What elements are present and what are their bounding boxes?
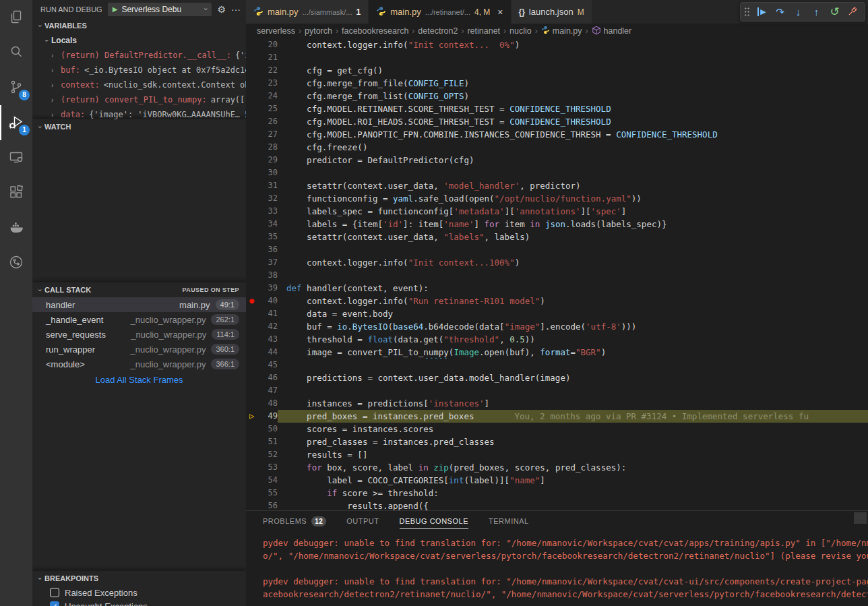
close-icon[interactable]: ×: [497, 7, 503, 18]
stack-frame-row[interactable]: handlermain.py49:1: [32, 297, 246, 312]
code-line-44[interactable]: 44 image = convert_PIL_to_numpy(Image.op…: [246, 346, 868, 359]
panel-tab-output[interactable]: OUTPUT: [346, 511, 379, 531]
gutter-margin[interactable]: [246, 397, 257, 410]
panel-tab-problems[interactable]: PROBLEMS12: [263, 511, 326, 531]
watch-header[interactable]: › WATCH: [32, 119, 246, 134]
code-line-27[interactable]: 27 cfg.MODEL.PANOPTIC_FPN.COMBINE.INSTAN…: [246, 128, 868, 141]
code-line-45[interactable]: 45: [246, 359, 868, 371]
variables-header[interactable]: › VARIABLES: [32, 18, 246, 33]
gutter-margin[interactable]: [246, 90, 257, 102]
gutter-margin[interactable]: [246, 320, 257, 333]
breadcrumb-item-pytorch[interactable]: pytorch: [305, 26, 332, 36]
chevron-right-icon[interactable]: ›: [51, 52, 61, 59]
gutter-margin[interactable]: [246, 384, 257, 397]
gutter-margin[interactable]: [246, 154, 257, 166]
load-all-stack-frames-link[interactable]: Load All Stack Frames: [32, 375, 246, 385]
code-line-30[interactable]: 30: [246, 166, 868, 179]
gutter-margin[interactable]: [246, 192, 257, 205]
gutter-margin[interactable]: [246, 487, 257, 499]
stack-frame-row[interactable]: _handle_event_nuclio_wrapper.py262:1: [32, 312, 246, 327]
code-line-47[interactable]: 47: [246, 384, 868, 397]
code-line-33[interactable]: 33 labels_spec = functionconfig['metadat…: [246, 205, 868, 218]
gutter-margin[interactable]: [246, 102, 257, 115]
breadcrumb-item-detectron2[interactable]: detectron2: [418, 26, 458, 36]
variable-row[interactable]: ›(return) convert_PIL_to_numpy:array([[[…: [32, 92, 246, 107]
chevron-right-icon[interactable]: ›: [51, 96, 61, 104]
gear-icon[interactable]: ⚙: [217, 4, 226, 15]
code-line-24[interactable]: 24 cfg.merge_from_list(CONFIG_OPTS): [246, 90, 868, 102]
breadcrumb-item-facebookresearch[interactable]: facebookresearch: [342, 26, 408, 36]
code-line-28[interactable]: 28 cfg.freeze(): [246, 141, 868, 154]
gutter-margin[interactable]: [246, 179, 257, 192]
code-line-26[interactable]: 26 cfg.MODEL.ROI_HEADS.SCORE_THRESH_TEST…: [246, 115, 868, 128]
stack-frame-row[interactable]: <module>_nuclio_wrapper.py366:1: [32, 357, 246, 371]
step-into-button[interactable]: ↓: [790, 5, 807, 20]
checkbox[interactable]: [50, 588, 59, 597]
gutter-margin[interactable]: [246, 141, 257, 154]
activity-item-extensions[interactable]: [0, 175, 32, 210]
breakpoint-row[interactable]: ✓Uncaught Exceptions: [32, 599, 246, 606]
gutter-margin[interactable]: [246, 499, 257, 510]
gutter-margin[interactable]: [246, 359, 257, 371]
code-line-55[interactable]: 55 if score >= threshold:: [246, 487, 868, 499]
code-line-34[interactable]: 34 labels = {item['id']: item['name'] fo…: [246, 218, 868, 231]
code-line-51[interactable]: 51 pred_classes = instances.pred_classes: [246, 435, 868, 448]
editor-tab-launch.json[interactable]: {}launch.jsonM: [512, 0, 592, 24]
stack-frame-row[interactable]: run_wrapper_nuclio_wrapper.py360:1: [32, 342, 246, 357]
variable-row[interactable]: ›context:<nuclio_sdk.context.Context obj…: [32, 78, 246, 92]
code-line-39[interactable]: 39def handler(context, event):: [246, 282, 868, 295]
code-line-23[interactable]: 23 cfg.merge_from_file(CONFIG_FILE): [246, 77, 868, 90]
gutter-margin[interactable]: [246, 333, 257, 346]
breadcrumb-item-retinanet[interactable]: retinanet: [467, 26, 500, 36]
launch-config-dropdown[interactable]: ▶ Serverless Debu ›: [108, 3, 212, 16]
activity-item-run-and-debug[interactable]: 1: [0, 105, 32, 140]
activity-item-remote-explorer[interactable]: [0, 140, 32, 175]
code-line-31[interactable]: 31 setattr(context.user_data, 'model_han…: [246, 179, 868, 192]
breadcrumb-item-handler[interactable]: handler: [592, 26, 632, 37]
gutter-margin[interactable]: [246, 166, 257, 179]
checkbox[interactable]: ✓: [50, 601, 59, 606]
debug-console-output[interactable]: pydev debugger: unable to find translati…: [246, 531, 868, 601]
code-line-53[interactable]: 53 for box, score, label in zip(pred_box…: [246, 461, 868, 474]
editor-tab-main.py[interactable]: main.py.../siammask/...1: [246, 0, 369, 24]
code-line-41[interactable]: 41 data = event.body: [246, 307, 868, 320]
drag-handle-icon[interactable]: [744, 7, 750, 17]
code-line-49[interactable]: ▷49 pred_boxes = instances.pred_boxesYou…: [246, 410, 868, 423]
gutter-margin[interactable]: [246, 371, 257, 384]
panel-tab-terminal[interactable]: TERMINAL: [489, 511, 529, 531]
continue-button[interactable]: ▶: [753, 5, 770, 20]
scope-locals[interactable]: › Locals: [32, 33, 246, 48]
variable-row[interactable]: ›(return) DefaultPredictor.__call__:{'in…: [32, 48, 246, 63]
gutter-margin[interactable]: [246, 218, 257, 231]
breadcrumb-item-main.py[interactable]: main.py: [541, 26, 582, 36]
gutter-margin[interactable]: [246, 205, 257, 218]
activity-item-explorer[interactable]: [0, 0, 32, 35]
code-line-32[interactable]: 32 functionconfig = yaml.safe_load(open(…: [246, 192, 868, 205]
code-line-25[interactable]: 25 cfg.MODEL.RETINANET.SCORE_THRESH_TEST…: [246, 102, 868, 115]
gutter-margin[interactable]: [246, 269, 257, 282]
breadcrumb-item-nuclio[interactable]: nuclio: [509, 26, 532, 36]
code-line-54[interactable]: 54 label = COCO_CATEGORIES[int(label)]["…: [246, 474, 868, 487]
activity-item-docker[interactable]: [0, 210, 32, 245]
gutter-margin[interactable]: [246, 231, 257, 243]
code-line-20[interactable]: 20 context.logger.info("Init context... …: [246, 38, 868, 51]
code-line-56[interactable]: 56 results.append({: [246, 499, 868, 510]
gutter-margin[interactable]: [246, 77, 257, 90]
gutter-margin[interactable]: [246, 115, 257, 128]
editor-tab-main.py[interactable]: main.py.../retinanet/...4, M×: [369, 0, 511, 24]
variable-row[interactable]: ›buf:<_io.BytesIO object at 0x7f5a2dc1ec…: [32, 63, 246, 78]
gutter-margin[interactable]: [246, 64, 257, 77]
more-actions-icon[interactable]: ···: [231, 4, 241, 15]
step-out-button[interactable]: ↑: [808, 5, 825, 20]
code-line-40[interactable]: ●40 context.logger.info("Run retinanet-R…: [246, 295, 868, 307]
code-line-21[interactable]: 21: [246, 51, 868, 64]
call-stack-header[interactable]: › CALL STACK PAUSED ON STEP: [32, 282, 246, 297]
breadcrumb-item-serverless[interactable]: serverless: [257, 26, 295, 36]
gutter-margin[interactable]: [246, 474, 257, 487]
activity-item-git-graph[interactable]: [0, 245, 32, 280]
gutter-margin[interactable]: [246, 423, 257, 435]
gutter-margin[interactable]: [246, 435, 257, 448]
code-line-46[interactable]: 46 predictions = context.user_data.model…: [246, 371, 868, 384]
code-line-37[interactable]: 37 context.logger.info("Init context...1…: [246, 256, 868, 269]
gutter-margin[interactable]: [246, 307, 257, 320]
